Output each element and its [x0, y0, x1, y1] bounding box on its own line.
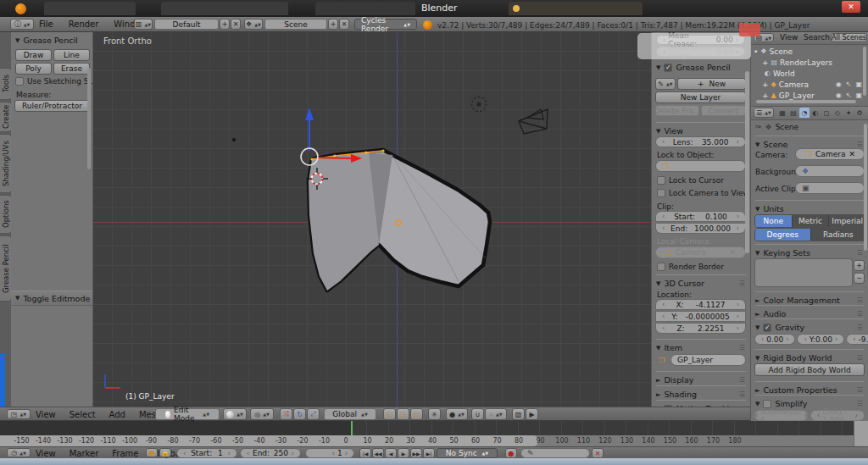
- outliner-item-camera[interactable]: +◆Camera◉↖▣: [754, 79, 862, 90]
- manipulator-scale-button[interactable]: ⤢: [307, 408, 320, 420]
- auto-keyframe-button[interactable]: ●: [505, 448, 517, 458]
- local-camera-field[interactable]: ❒ Camera ✕: [655, 246, 746, 258]
- play-reverse-button[interactable]: ◀: [385, 448, 397, 458]
- rotation-radians[interactable]: Radians: [811, 229, 866, 241]
- frame-start-field[interactable]: Start: 1: [176, 448, 237, 458]
- restrict-view-icon[interactable]: ◉: [836, 80, 842, 88]
- viewport-shading-select[interactable]: ▲▼: [223, 408, 247, 420]
- render-opengl-button[interactable]: ▧: [512, 408, 525, 420]
- mode-select[interactable]: Edit Mode ▲▼: [155, 408, 220, 420]
- sketch-sessions-checkbox[interactable]: [15, 77, 24, 86]
- audio-panel-header[interactable]: ► Audio ☰: [755, 305, 864, 318]
- manipulator-z-arrowhead[interactable]: [305, 108, 314, 120]
- color-management-panel-header[interactable]: ► Color Management ☰: [755, 291, 864, 305]
- unit-imperial[interactable]: Imperial: [829, 215, 865, 227]
- restrict-select-icon[interactable]: ↖: [846, 91, 852, 99]
- lock-camera-row[interactable]: Lock Camera to View: [657, 189, 749, 197]
- toggle-editmode-panel-header[interactable]: ▼ Toggle Editmode: [11, 291, 92, 306]
- keying-sets-list[interactable]: [754, 258, 853, 287]
- current-frame-field[interactable]: 1: [305, 448, 354, 458]
- new-layer-button[interactable]: New Layer: [655, 91, 746, 103]
- tab-scene[interactable]: ◔: [799, 108, 810, 118]
- browser-tab[interactable]: [44, 2, 136, 15]
- current-frame-line[interactable]: [351, 421, 353, 435]
- grease-pencil-checkbox[interactable]: ✓: [664, 64, 672, 72]
- manipulator-translate-button[interactable]: ⤮: [280, 408, 292, 420]
- scene-field[interactable]: Scene: [264, 19, 327, 30]
- tab-modifiers[interactable]: ⚙: [854, 108, 865, 118]
- add-rigid-body-button[interactable]: Add Rigid Body World: [754, 363, 865, 376]
- outliner-item-label[interactable]: World: [773, 69, 795, 78]
- stroke-point[interactable]: [310, 158, 313, 160]
- tab-object[interactable]: ◻: [821, 108, 832, 118]
- scene-icon-button[interactable]: ❖▲▼: [244, 19, 263, 30]
- scene-camera-field[interactable]: ❒ Camera ✕: [795, 148, 865, 160]
- grease-pencil-panel-header[interactable]: ▼ ✓ Grease Pencil: [656, 63, 746, 72]
- tab-render[interactable]: ▦: [777, 108, 787, 118]
- ruler-protractor-button[interactable]: Ruler/Protractor: [14, 100, 90, 112]
- render-engine-select[interactable]: Cycles Render▲▼: [354, 19, 417, 30]
- unit-metric[interactable]: Metric: [793, 215, 830, 227]
- gp-new-button[interactable]: + New: [677, 78, 746, 90]
- screen-layout-field[interactable]: Default: [154, 19, 219, 30]
- close-layout-button[interactable]: ✕: [231, 19, 241, 30]
- grease-pencil-panel-header[interactable]: ▼ Grease Pencil: [15, 36, 88, 45]
- keying-set-field[interactable]: ✎: [520, 448, 590, 458]
- add-layout-button[interactable]: +: [220, 19, 230, 30]
- keying-sets-panel-header[interactable]: ▼ Keying Sets ☰: [755, 244, 864, 257]
- close-scene-button[interactable]: ✕: [339, 19, 349, 30]
- render-border-checkbox[interactable]: [657, 263, 665, 271]
- lock-to-cursor-checkbox[interactable]: [657, 176, 665, 185]
- clear-keying-set-button[interactable]: ✕: [592, 448, 604, 458]
- restrict-render-icon[interactable]: ▣: [855, 80, 862, 88]
- transform-orientation-select[interactable]: Global ▲▼: [324, 408, 376, 420]
- poly-tool-button[interactable]: Poly: [15, 63, 52, 75]
- timeline-area[interactable]: [0, 421, 868, 435]
- timeline-menu-frame[interactable]: Frame: [112, 449, 138, 458]
- clear-icon[interactable]: ✕: [729, 248, 736, 257]
- simplify-child-field[interactable]: Child : 1.000: [810, 410, 865, 421]
- keying-remove-button[interactable]: −: [854, 273, 865, 284]
- browser-tab[interactable]: [161, 2, 288, 15]
- tab-physics[interactable]: ✦: [843, 108, 854, 118]
- cursor-3d-panel-header[interactable]: ▼ 3D Cursor ☰: [656, 274, 746, 288]
- view3d-menu-add[interactable]: Add: [109, 410, 125, 419]
- delete-frame-button[interactable]: Delete Fra...: [655, 105, 699, 116]
- browser-tab[interactable]: [509, 2, 643, 15]
- shelf-tab-options[interactable]: Options: [0, 195, 12, 234]
- lamp-object[interactable]: [472, 97, 487, 112]
- stroke-point[interactable]: [381, 149, 384, 152]
- prev-keyframe-button[interactable]: ◀◀: [372, 448, 384, 458]
- proportional-falloff-button[interactable]: ◲: [397, 408, 409, 420]
- editor-type-selector[interactable]: ⓘ▲▼: [10, 19, 34, 30]
- outliner-v-scrollbar[interactable]: [863, 47, 866, 96]
- manipulator-x-arrow[interactable]: [317, 158, 351, 158]
- gravity-field-x[interactable]: 0.00: [754, 334, 795, 345]
- scene-panel-header[interactable]: ▼ Scene ☰: [755, 136, 864, 149]
- shelf-tab-grease-pencil[interactable]: Grease Pencil: [0, 235, 12, 302]
- restrict-render-icon[interactable]: ▣: [855, 91, 862, 99]
- lock-object-field[interactable]: ❒: [655, 160, 746, 172]
- browser-tab[interactable]: [315, 2, 415, 15]
- info-menu-render[interactable]: Render: [69, 19, 99, 29]
- outliner-menu-search[interactable]: Search: [804, 33, 830, 42]
- unit-system-toggle[interactable]: NoneMetricImperial: [754, 214, 866, 228]
- outliner-item-scene[interactable]: •❖Scene: [754, 46, 862, 57]
- item-name-field[interactable]: GP_Layer: [670, 354, 746, 366]
- outliner-item-label[interactable]: RenderLayers: [780, 58, 832, 67]
- gravity-checkbox[interactable]: ✓: [763, 324, 771, 332]
- gravity-field-y[interactable]: Y:0.00: [797, 334, 844, 345]
- all-scenes-filter[interactable]: All Scenes: [831, 33, 867, 42]
- view-panel-header[interactable]: ▼ View: [656, 122, 746, 136]
- item-panel-header[interactable]: ▼ Item ☰: [656, 339, 746, 352]
- cursor-z-field[interactable]: Z: 2.2251: [655, 323, 746, 334]
- screen-layout-icon-button[interactable]: ▥▲▼: [134, 19, 153, 30]
- lock-to-cursor-row[interactable]: Lock to Cursor: [657, 176, 724, 185]
- sync-mode-select[interactable]: No Sync ▲▼: [437, 448, 498, 458]
- expander-icon[interactable]: +: [762, 80, 769, 89]
- magnet-snap-button[interactable]: ∪: [471, 408, 484, 420]
- info-menu-file[interactable]: File: [39, 19, 53, 29]
- stroke-point[interactable]: [333, 154, 336, 157]
- frame-end-field[interactable]: End: 250: [240, 448, 301, 458]
- clip-start-field[interactable]: Start: 0.100: [655, 211, 746, 222]
